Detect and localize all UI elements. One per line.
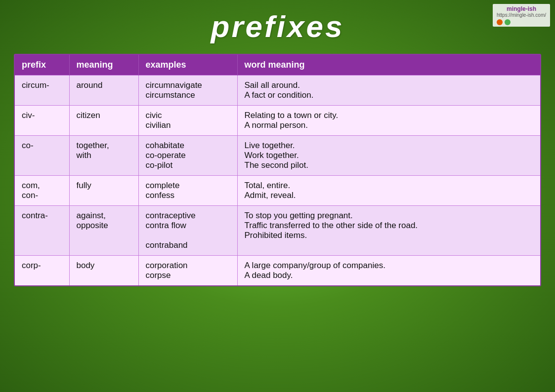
watermark-dots xyxy=(497,19,546,25)
cell-word_meaning: Live together.Work together.The second p… xyxy=(237,136,540,176)
table-row: com,con-fullycompleteconfessTotal, entir… xyxy=(15,176,540,206)
table-header-row: prefix meaning examples word meaning xyxy=(15,55,540,76)
cell-examples: cohabitateco-operateco-pilot xyxy=(138,136,237,176)
table-row: contra-against,oppositecontraceptivecont… xyxy=(15,206,540,256)
cell-examples: completeconfess xyxy=(138,176,237,206)
cell-word_meaning: Sail all around.A fact or condition. xyxy=(237,76,540,106)
cell-word_meaning: Total, entire.Admit, reveal. xyxy=(237,176,540,206)
cell-meaning: citizen xyxy=(69,106,138,136)
table-row: co-together,withcohabitateco-operateco-p… xyxy=(15,136,540,176)
cell-examples: circumnavigatecircumstance xyxy=(138,76,237,106)
table-row: circum-aroundcircumnavigatecircumstanceS… xyxy=(15,76,540,106)
col-header-prefix: prefix xyxy=(15,55,69,76)
cell-prefix: corp- xyxy=(15,256,69,286)
cell-prefix: contra- xyxy=(15,206,69,256)
cell-word_meaning: Relating to a town or city.A normal pers… xyxy=(237,106,540,136)
cell-prefix: circum- xyxy=(15,76,69,106)
cell-meaning: around xyxy=(69,76,138,106)
cell-prefix: com,con- xyxy=(15,176,69,206)
col-header-word-meaning: word meaning xyxy=(237,55,540,76)
cell-word_meaning: A large company/group of companies.A dea… xyxy=(237,256,540,286)
table-row: civ-citizenciviccivilianRelating to a to… xyxy=(15,106,540,136)
cell-prefix: civ- xyxy=(15,106,69,136)
prefixes-table: prefix meaning examples word meaning cir… xyxy=(15,55,540,285)
watermark-brand: mingle-ish xyxy=(497,5,546,12)
cell-examples: contraceptivecontra flowcontraband xyxy=(138,206,237,256)
watermark-url: https://mingle-ish.com/ xyxy=(497,12,546,18)
page-title: prefixes xyxy=(0,0,555,54)
col-header-examples: examples xyxy=(138,55,237,76)
cell-examples: civiccivilian xyxy=(138,106,237,136)
cell-meaning: body xyxy=(69,256,138,286)
watermark: mingle-ish https://mingle-ish.com/ xyxy=(493,4,550,27)
cell-meaning: together,with xyxy=(69,136,138,176)
cell-examples: corporationcorpse xyxy=(138,256,237,286)
table-row: corp-bodycorporationcorpseA large compan… xyxy=(15,256,540,286)
cell-prefix: co- xyxy=(15,136,69,176)
dot-orange xyxy=(497,19,503,25)
prefixes-table-wrapper: prefix meaning examples word meaning cir… xyxy=(14,54,541,286)
col-header-meaning: meaning xyxy=(69,55,138,76)
dot-green xyxy=(505,19,511,25)
cell-meaning: fully xyxy=(69,176,138,206)
cell-word_meaning: To stop you getting pregnant.Traffic tra… xyxy=(237,206,540,256)
cell-meaning: against,opposite xyxy=(69,206,138,256)
